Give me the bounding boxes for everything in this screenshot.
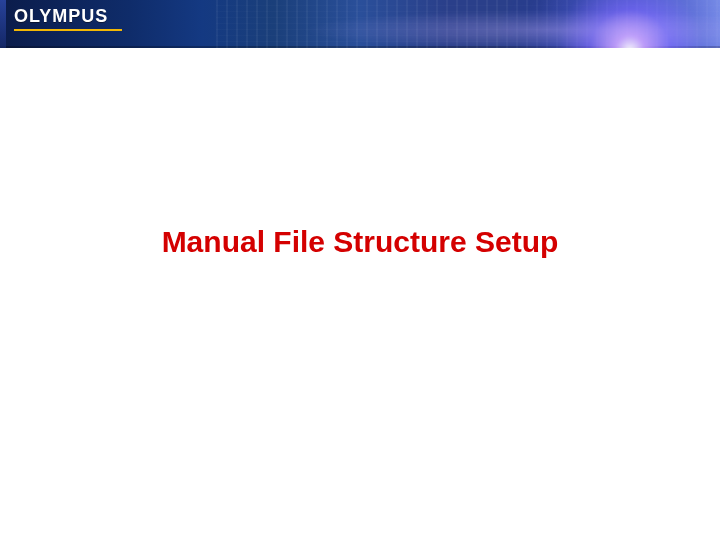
- lens-flare-icon: [500, 0, 720, 48]
- banner-accent-bar: [0, 0, 6, 48]
- brand-logo-text: OLYMPUS: [14, 6, 108, 27]
- slide: OLYMPUS Manual File Structure Setup: [0, 0, 720, 540]
- brand-logo: OLYMPUS: [14, 6, 122, 31]
- slide-title: Manual File Structure Setup: [0, 225, 720, 259]
- header-banner: OLYMPUS: [0, 0, 720, 48]
- brand-logo-underline: [14, 29, 122, 31]
